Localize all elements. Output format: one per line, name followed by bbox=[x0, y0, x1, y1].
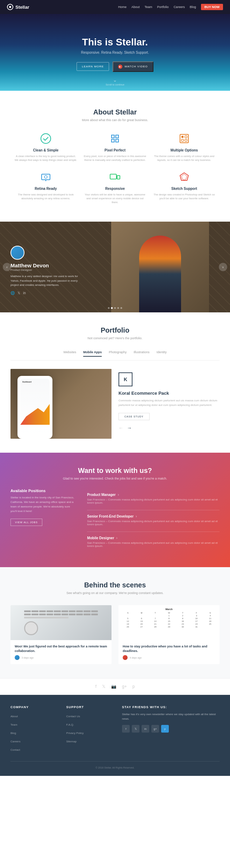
testimonial-dot-2[interactable] bbox=[111, 307, 113, 309]
feature-multiple-options: Multiple Options The theme comes with a … bbox=[152, 132, 216, 162]
feature-sketch-support: Sketch Support The design was created in… bbox=[152, 171, 216, 205]
social-googleplus-icon[interactable]: g+ bbox=[122, 684, 127, 689]
nav-logo[interactable]: Stellar bbox=[7, 4, 29, 10]
svg-rect-2 bbox=[112, 135, 114, 138]
testimonial-dot-4[interactable] bbox=[117, 307, 119, 309]
social-instagram-icon[interactable]: 📷 bbox=[111, 684, 116, 689]
testimonial-prev-button[interactable]: ‹ bbox=[3, 263, 11, 271]
nav-buy-button[interactable]: BUY NOW bbox=[201, 4, 223, 10]
job-arrow-3[interactable]: › bbox=[116, 536, 117, 540]
footer-in-button[interactable]: in bbox=[142, 725, 149, 733]
job-arrow-1[interactable]: › bbox=[118, 493, 119, 497]
navigation: Stellar Home About Team Portfolio Career… bbox=[0, 0, 230, 14]
footer-link-contactus[interactable]: Contact Us bbox=[66, 715, 80, 718]
portfolio-item-desc: Commodo massa adipiscing dictum parturie… bbox=[118, 399, 220, 408]
testimonial-globe-icon[interactable]: 🌐 bbox=[10, 291, 15, 295]
tab-illustrations[interactable]: Illustrations bbox=[134, 350, 150, 357]
blog-subtitle: See what's going on at our company. We'r… bbox=[10, 591, 220, 595]
footer-link-sitemap[interactable]: Sitemap bbox=[66, 740, 77, 743]
svg-rect-6 bbox=[180, 134, 188, 143]
footer-link-privacy[interactable]: Privacy Policy bbox=[66, 732, 84, 735]
watch-video-button[interactable]: ▶ WATCH VIDEO bbox=[113, 61, 153, 72]
portfolio-subtitle: Not convinced yet? Here's the portfolio. bbox=[10, 336, 220, 340]
portfolio-title: Portfolio bbox=[10, 326, 220, 334]
footer-pt-button[interactable]: p bbox=[161, 725, 169, 733]
features-grid: Clean & Simple A clean interface is the … bbox=[14, 132, 216, 204]
person-silhouette bbox=[139, 236, 181, 312]
footer-gp-button[interactable]: g+ bbox=[151, 725, 159, 733]
clean-simple-icon bbox=[39, 132, 52, 145]
nav-team[interactable]: Team bbox=[145, 5, 152, 9]
tab-mobile-apps[interactable]: Mobile Apps bbox=[83, 350, 102, 357]
portfolio-next-arrow[interactable]: → bbox=[127, 425, 132, 431]
blog-card-2-content: How to stay productive when you have a l… bbox=[118, 640, 220, 664]
learn-more-button[interactable]: LEARN MORE bbox=[77, 62, 109, 71]
portfolio-item-info: K Koral Ecommerce Pack Commodo massa adi… bbox=[118, 369, 220, 434]
tab-photography[interactable]: Photography bbox=[109, 350, 127, 357]
blog-card-1[interactable]: Woo! We just figured out the best approa… bbox=[10, 605, 112, 664]
footer-link-blog[interactable]: Blog bbox=[10, 732, 16, 735]
portfolio-section: Portfolio Not convinced yet? Here's the … bbox=[0, 312, 230, 453]
careers-section: Want to work with us? Glad to see you're… bbox=[0, 453, 230, 567]
logo-icon bbox=[7, 4, 13, 10]
nav-home[interactable]: Home bbox=[118, 5, 127, 9]
testimonial-bio: Matthew is a very skilled designer. He u… bbox=[10, 274, 80, 288]
logo-text: Stellar bbox=[15, 5, 29, 10]
tab-identity[interactable]: Identity bbox=[157, 350, 167, 357]
footer-link-careers[interactable]: Careers bbox=[10, 740, 20, 743]
testimonial-linkedin-icon[interactable]: in bbox=[23, 291, 26, 295]
view-jobs-button[interactable]: VIEW ALL JOBS bbox=[10, 519, 42, 526]
svg-rect-9 bbox=[181, 139, 184, 141]
nav-careers[interactable]: Careers bbox=[174, 5, 185, 9]
feature-retina-ready-title: Retina Ready bbox=[35, 187, 57, 191]
job-title-1: Product Manager bbox=[87, 493, 116, 497]
hero-buttons: LEARN MORE ▶ WATCH VIDEO bbox=[77, 61, 153, 72]
svg-point-0 bbox=[9, 6, 11, 8]
positions-desc: Stellar is located in the lovely city of… bbox=[10, 496, 77, 513]
footer: COMPANY About Team Blog Careers Contact … bbox=[0, 695, 230, 776]
blog-post-1-meta: 3 days ago bbox=[15, 655, 107, 660]
responsive-icon bbox=[109, 171, 121, 183]
job-title-row-2: Senior Front-End Developer › bbox=[87, 514, 220, 518]
feature-responsive-desc: Your visitors will be able to have a uni… bbox=[83, 193, 147, 205]
social-twitter-icon[interactable]: 𝕏 bbox=[102, 684, 106, 689]
feature-responsive: Responsive Your visitors will be able to… bbox=[83, 171, 147, 205]
blog-post-2-avatar bbox=[123, 655, 128, 660]
svg-marker-18 bbox=[181, 174, 187, 180]
about-subtitle: More about what this can do for great bu… bbox=[14, 118, 216, 122]
svg-rect-5 bbox=[116, 139, 118, 142]
testimonial-avatar bbox=[10, 246, 24, 260]
blog-card-2[interactable]: March SMTWTFS 1234 567891011 12131415161… bbox=[118, 605, 220, 664]
footer-link-team[interactable]: Team bbox=[10, 723, 17, 726]
footer-tw-button[interactable]: 𝕏 bbox=[132, 725, 139, 733]
feature-retina-ready-desc: The theme was designed and developed to … bbox=[14, 193, 78, 201]
footer-fb-button[interactable]: f bbox=[122, 725, 130, 733]
portfolio-header: Portfolio Not convinced yet? Here's the … bbox=[10, 326, 220, 340]
feature-multiple-options-title: Multiple Options bbox=[171, 148, 198, 152]
nav-about[interactable]: About bbox=[131, 5, 140, 9]
about-title: About Stellar bbox=[14, 108, 216, 116]
careers-title: Want to work with us? bbox=[10, 467, 220, 475]
nav-blog[interactable]: Blog bbox=[190, 5, 196, 9]
case-study-button[interactable]: CASE STUDY bbox=[118, 413, 150, 420]
footer-support-col: SUPPORT Contact Us F.A.Q. Privacy Policy… bbox=[66, 705, 115, 754]
testimonial-dot-1[interactable] bbox=[108, 307, 110, 309]
footer-link-contact[interactable]: Contact bbox=[10, 748, 20, 751]
testimonial-twitter-icon[interactable]: 𝕏 bbox=[17, 291, 20, 295]
testimonial-next-button[interactable]: › bbox=[219, 263, 227, 271]
social-pinterest-icon[interactable]: p bbox=[132, 684, 135, 689]
testimonial-dot-5[interactable] bbox=[121, 307, 122, 309]
pixel-perfect-icon bbox=[109, 132, 121, 145]
blog-section: Behind the scenes See what's going on at… bbox=[0, 567, 230, 678]
tab-websites[interactable]: Websites bbox=[63, 350, 76, 357]
nav-portfolio[interactable]: Portfolio bbox=[157, 5, 169, 9]
footer-link-about[interactable]: About bbox=[10, 715, 18, 718]
social-facebook-icon[interactable]: f bbox=[95, 684, 96, 689]
portfolio-prev-arrow[interactable]: ← bbox=[118, 425, 123, 431]
footer-link-faq[interactable]: F.A.Q. bbox=[66, 723, 74, 726]
footer-company-title: COMPANY bbox=[10, 705, 59, 709]
job-arrow-2[interactable]: › bbox=[136, 514, 137, 518]
testimonial-dot-3[interactable] bbox=[114, 307, 116, 309]
footer-company-col: COMPANY About Team Blog Careers Contact bbox=[10, 705, 59, 754]
portfolio-nav-arrows: ← → bbox=[118, 425, 220, 431]
